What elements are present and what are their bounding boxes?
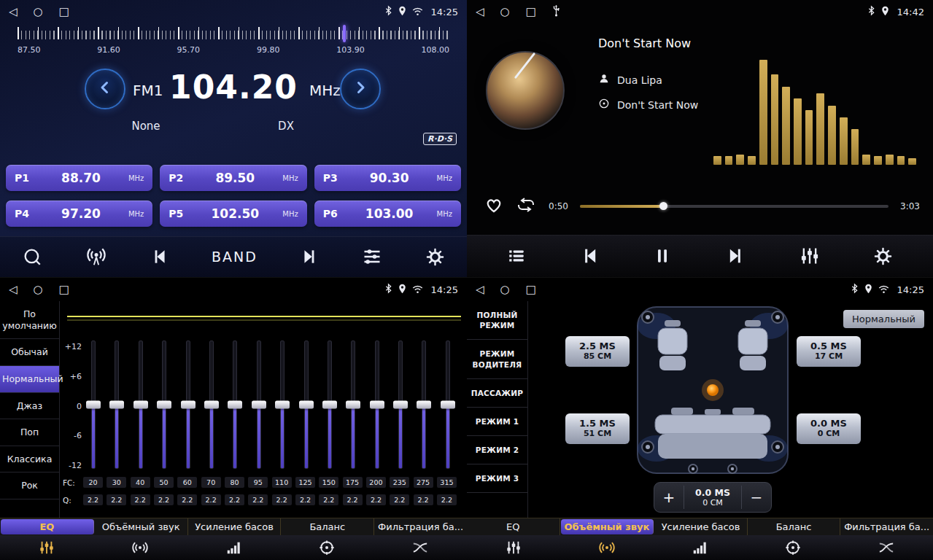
recents-icon[interactable]: □ <box>59 284 69 295</box>
slider-handle[interactable] <box>252 401 266 409</box>
tab-balance-icon[interactable] <box>746 540 840 556</box>
frequency-ruler[interactable]: 87.5091.6095.7099.80103.90108.00 <box>18 25 449 60</box>
eq-preset-item[interactable]: Обычай <box>0 339 59 366</box>
tab-surround[interactable]: Объёмный звук <box>561 519 654 534</box>
eq-band-slider[interactable] <box>298 341 315 469</box>
pause-icon[interactable] <box>653 246 672 265</box>
eq-preset-item[interactable]: По умолчанию <box>0 301 59 339</box>
slider-handle[interactable] <box>228 401 242 409</box>
eq-band-slider[interactable] <box>415 341 433 469</box>
back-icon[interactable]: ◁ <box>476 284 484 295</box>
increase-button[interactable]: + <box>654 489 684 506</box>
slider-handle[interactable] <box>346 401 360 409</box>
home-icon[interactable]: ○ <box>34 7 43 18</box>
tab-eq[interactable]: EQ <box>1 519 94 534</box>
eq-band-slider[interactable] <box>250 341 268 469</box>
profile-button[interactable]: Нормальный <box>843 310 924 328</box>
settings-gear-icon[interactable] <box>873 246 893 266</box>
tab-bass-boost-icon[interactable] <box>654 540 747 556</box>
radio-preset-p3[interactable]: P3 90.30 MHz <box>314 165 461 191</box>
scan-icon[interactable] <box>22 246 42 267</box>
back-icon[interactable]: ◁ <box>9 7 18 18</box>
tab-filter[interactable]: Фильтрация ба... <box>374 518 467 535</box>
back-icon[interactable]: ◁ <box>476 7 484 18</box>
tab-bass-boost[interactable]: Усиление басов <box>654 518 748 535</box>
playlist-icon[interactable] <box>507 246 526 265</box>
eq-band-slider[interactable] <box>85 341 102 469</box>
slider-handle[interactable] <box>133 401 148 409</box>
slider-handle[interactable] <box>370 401 384 409</box>
eq-preset-item[interactable]: Классика <box>0 446 59 473</box>
slider-handle[interactable] <box>109 401 124 409</box>
slider-handle[interactable] <box>441 401 455 409</box>
slider-handle[interactable] <box>322 401 337 409</box>
home-icon[interactable]: ○ <box>34 284 43 295</box>
eq-band-slider[interactable] <box>321 341 338 469</box>
eq-band-slider[interactable] <box>392 341 409 469</box>
recents-icon[interactable]: □ <box>59 7 69 18</box>
slider-handle[interactable] <box>299 401 314 409</box>
radio-preset-p4[interactable]: P4 97.20 MHz <box>6 201 152 227</box>
listening-mode-item[interactable]: ПОЛНЫЙ РЕЖИМ <box>467 301 527 340</box>
next-track-icon[interactable] <box>726 246 746 266</box>
band-button[interactable]: BAND <box>212 249 258 265</box>
next-track-icon[interactable] <box>301 247 320 266</box>
tab-filter-icon[interactable] <box>840 540 933 556</box>
progress-bar[interactable] <box>580 205 889 208</box>
broadcast-icon[interactable] <box>85 246 107 268</box>
tab-filter[interactable]: Фильтрация ба... <box>840 518 933 535</box>
eq-band-slider[interactable] <box>344 341 362 469</box>
tab-surround-icon[interactable] <box>93 540 187 556</box>
tab-balance[interactable]: Баланс <box>748 518 841 535</box>
eq-preset-item[interactable]: Нормальный <box>0 366 59 393</box>
back-icon[interactable]: ◁ <box>9 284 18 295</box>
tab-balance[interactable]: Баланс <box>281 518 374 535</box>
previous-track-icon[interactable] <box>579 246 600 266</box>
tab-eq-icon[interactable] <box>467 540 560 556</box>
eq-band-slider[interactable] <box>439 341 457 469</box>
previous-track-icon[interactable] <box>150 247 169 266</box>
equalizer-icon[interactable] <box>800 246 820 266</box>
slider-handle[interactable] <box>417 401 431 409</box>
tab-bass-boost-icon[interactable] <box>187 540 280 556</box>
eq-band-slider[interactable] <box>155 341 173 469</box>
slider-handle[interactable] <box>204 401 219 409</box>
delay-rear-left[interactable]: 1.5 MS 51 CM <box>565 413 630 444</box>
tab-eq[interactable]: EQ <box>467 518 560 535</box>
repeat-icon[interactable] <box>515 196 537 217</box>
slider-handle[interactable] <box>393 401 408 409</box>
delay-rear-right[interactable]: 0.0 MS 0 CM <box>797 413 861 444</box>
tab-bass-boost[interactable]: Усиление басов <box>188 518 282 535</box>
radio-preset-p5[interactable]: P5 102.50 MHz <box>160 201 306 227</box>
listening-mode-item[interactable]: РЕЖИМ ВОДИТЕЛЯ <box>467 340 527 378</box>
eq-band-slider[interactable] <box>132 341 150 469</box>
tab-balance-icon[interactable] <box>280 540 373 556</box>
settings-gear-icon[interactable] <box>425 247 445 267</box>
radio-preset-p1[interactable]: P1 88.70 MHz <box>6 165 152 191</box>
radio-preset-p2[interactable]: P2 89.50 MHz <box>160 165 306 191</box>
equalizer-icon[interactable] <box>362 246 382 267</box>
delay-front-left[interactable]: 2.5 MS 85 CM <box>565 336 630 367</box>
slider-handle[interactable] <box>275 401 290 409</box>
delay-front-right[interactable]: 0.5 MS 17 CM <box>797 336 861 367</box>
progress-knob[interactable] <box>659 202 667 210</box>
decrease-button[interactable]: − <box>742 489 771 506</box>
recents-icon[interactable]: □ <box>526 284 536 295</box>
home-icon[interactable]: ○ <box>500 7 510 18</box>
tab-eq-icon[interactable] <box>0 540 93 556</box>
tab-surround[interactable]: Объёмный звук <box>95 518 188 535</box>
listening-mode-item[interactable]: ПАССАЖИР <box>467 379 527 408</box>
tab-surround-icon[interactable] <box>560 540 654 556</box>
favorite-heart-icon[interactable] <box>484 196 503 217</box>
slider-handle[interactable] <box>181 401 195 409</box>
slider-handle[interactable] <box>157 401 171 409</box>
eq-preset-item[interactable]: Джаз <box>0 393 59 420</box>
radio-preset-p6[interactable]: P6 103.00 MHz <box>314 201 461 227</box>
eq-band-slider[interactable] <box>368 341 386 469</box>
home-icon[interactable]: ○ <box>500 284 510 295</box>
listening-mode-item[interactable]: РЕЖИМ 2 <box>467 436 527 464</box>
eq-band-slider[interactable] <box>179 341 197 469</box>
eq-preset-item[interactable]: Поп <box>0 419 59 446</box>
recents-icon[interactable]: □ <box>526 7 536 18</box>
eq-band-slider[interactable] <box>203 341 220 469</box>
